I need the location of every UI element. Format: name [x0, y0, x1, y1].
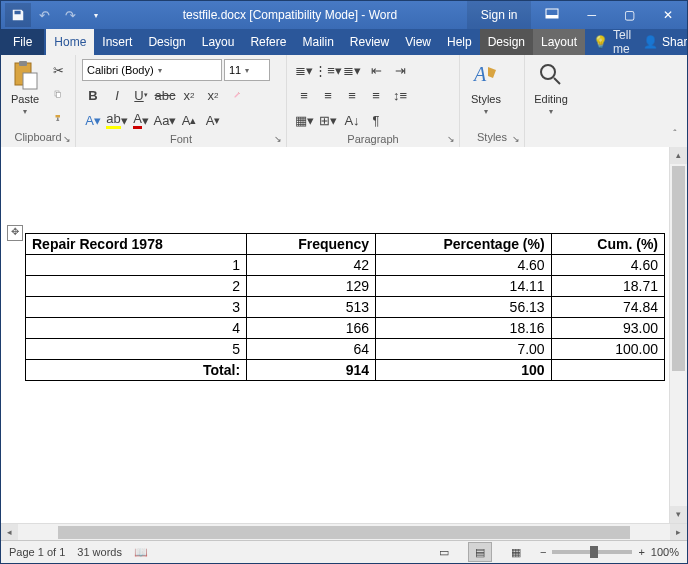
table-cell[interactable]: 100.00 — [551, 339, 664, 360]
zoom-out-icon[interactable]: − — [540, 546, 546, 558]
clipboard-dialog-icon[interactable]: ↘ — [61, 133, 73, 145]
multilevel-list-icon[interactable]: ≣▾ — [341, 59, 363, 81]
table-header[interactable]: Percentage (%) — [376, 234, 552, 255]
paragraph-dialog-icon[interactable]: ↘ — [445, 133, 457, 145]
tell-me-search[interactable]: 💡Tell me — [585, 28, 631, 56]
format-painter-icon[interactable] — [47, 107, 69, 129]
horizontal-scrollbar[interactable]: ◂ ▸ — [1, 523, 687, 541]
close-icon[interactable]: ✕ — [649, 1, 687, 29]
table-cell[interactable]: 1 — [26, 255, 247, 276]
read-mode-icon[interactable]: ▭ — [432, 542, 456, 562]
increase-indent-icon[interactable]: ⇥ — [389, 59, 411, 81]
page[interactable]: ✥ Repair Record 1978 Frequency Percentag… — [1, 167, 669, 523]
tab-references[interactable]: Refere — [242, 29, 294, 55]
table-cell[interactable]: 64 — [247, 339, 376, 360]
text-effects-icon[interactable]: A▾ — [82, 109, 104, 131]
superscript-button[interactable]: x2 — [202, 84, 224, 106]
tab-home[interactable]: Home — [46, 29, 94, 55]
highlight-icon[interactable]: ab▾ — [106, 109, 128, 131]
page-indicator[interactable]: Page 1 of 1 — [9, 546, 65, 558]
zoom-level[interactable]: 100% — [651, 546, 679, 558]
tab-table-design[interactable]: Design — [480, 29, 533, 55]
line-spacing-icon[interactable]: ↕≡ — [389, 84, 411, 106]
justify-icon[interactable]: ≡ — [365, 84, 387, 106]
table-cell[interactable]: 74.84 — [551, 297, 664, 318]
sort-icon[interactable]: A↓ — [341, 109, 363, 131]
web-layout-icon[interactable]: ▦ — [504, 542, 528, 562]
tab-design[interactable]: Design — [140, 29, 193, 55]
numbering-icon[interactable]: ⋮≡▾ — [317, 59, 339, 81]
bold-button[interactable]: B — [82, 84, 104, 106]
paste-button[interactable]: Paste ▾ — [7, 59, 43, 116]
align-right-icon[interactable]: ≡ — [341, 84, 363, 106]
data-table[interactable]: Repair Record 1978 Frequency Percentage … — [25, 233, 665, 381]
align-center-icon[interactable]: ≡ — [317, 84, 339, 106]
shading-icon[interactable]: ▦▾ — [293, 109, 315, 131]
vertical-scrollbar[interactable]: ▴ ▾ — [669, 147, 687, 523]
cut-icon[interactable]: ✂ — [47, 59, 69, 81]
grow-font-icon[interactable]: A▴ — [178, 109, 200, 131]
table-cell[interactable]: 18.16 — [376, 318, 552, 339]
word-count[interactable]: 31 words — [77, 546, 122, 558]
share-button[interactable]: 👤Share — [631, 35, 688, 49]
print-layout-icon[interactable]: ▤ — [468, 542, 492, 562]
italic-button[interactable]: I — [106, 84, 128, 106]
editing-button[interactable]: Editing ▾ — [531, 59, 571, 116]
save-icon[interactable] — [5, 3, 31, 27]
borders-icon[interactable]: ⊞▾ — [317, 109, 339, 131]
tab-table-layout[interactable]: Layout — [533, 29, 585, 55]
spell-check-icon[interactable]: 📖 — [134, 546, 148, 559]
maximize-icon[interactable]: ▢ — [610, 1, 649, 29]
font-dialog-icon[interactable]: ↘ — [272, 133, 284, 145]
tab-view[interactable]: View — [397, 29, 439, 55]
table-cell[interactable]: 2 — [26, 276, 247, 297]
underline-button[interactable]: U▾ — [130, 84, 152, 106]
table-cell[interactable]: 513 — [247, 297, 376, 318]
table-cell[interactable]: 3 — [26, 297, 247, 318]
table-move-handle-icon[interactable]: ✥ — [7, 225, 23, 241]
table-header[interactable]: Frequency — [247, 234, 376, 255]
font-family-combo[interactable]: Calibri (Body)▾ — [82, 59, 222, 81]
scroll-left-icon[interactable]: ◂ — [1, 524, 18, 541]
table-cell[interactable]: 166 — [247, 318, 376, 339]
tab-file[interactable]: File — [1, 29, 44, 55]
sign-in-button[interactable]: Sign in — [467, 1, 532, 29]
bullets-icon[interactable]: ≣▾ — [293, 59, 315, 81]
document-scroll[interactable]: ✥ Repair Record 1978 Frequency Percentag… — [1, 147, 669, 523]
tab-help[interactable]: Help — [439, 29, 480, 55]
collapse-ribbon-icon[interactable]: ˆ — [667, 129, 683, 145]
copy-icon[interactable] — [47, 83, 69, 105]
zoom-slider[interactable] — [552, 550, 632, 554]
table-header[interactable]: Cum. (%) — [551, 234, 664, 255]
scroll-down-icon[interactable]: ▾ — [670, 506, 687, 523]
scroll-thumb[interactable] — [672, 166, 685, 371]
change-case-icon[interactable]: Aa▾ — [154, 109, 176, 131]
scroll-thumb[interactable] — [58, 526, 630, 539]
table-header[interactable]: Repair Record 1978 — [26, 234, 247, 255]
ribbon-display-options-icon[interactable] — [531, 1, 573, 29]
align-left-icon[interactable]: ≡ — [293, 84, 315, 106]
font-color-icon[interactable]: A▾ — [130, 109, 152, 131]
table-cell[interactable]: 4.60 — [551, 255, 664, 276]
font-size-combo[interactable]: 11▾ — [224, 59, 270, 81]
decrease-indent-icon[interactable]: ⇤ — [365, 59, 387, 81]
redo-icon[interactable]: ↷ — [57, 3, 83, 27]
show-marks-icon[interactable]: ¶ — [365, 109, 387, 131]
qat-customize-icon[interactable]: ▾ — [83, 3, 109, 27]
table-cell[interactable]: 7.00 — [376, 339, 552, 360]
table-cell[interactable]: 42 — [247, 255, 376, 276]
table-cell[interactable]: 18.71 — [551, 276, 664, 297]
tab-layout[interactable]: Layou — [194, 29, 243, 55]
table-cell[interactable]: 56.13 — [376, 297, 552, 318]
table-cell[interactable]: 5 — [26, 339, 247, 360]
total-pct[interactable]: 100 — [376, 360, 552, 381]
tab-insert[interactable]: Insert — [94, 29, 140, 55]
clear-formatting-icon[interactable] — [226, 84, 248, 106]
tab-review[interactable]: Review — [342, 29, 397, 55]
styles-dialog-icon[interactable]: ↘ — [510, 133, 522, 145]
scroll-right-icon[interactable]: ▸ — [670, 524, 687, 541]
table-cell[interactable] — [551, 360, 664, 381]
zoom-in-icon[interactable]: + — [638, 546, 644, 558]
styles-button[interactable]: A Styles ▾ — [466, 59, 506, 116]
shrink-font-icon[interactable]: A▾ — [202, 109, 224, 131]
